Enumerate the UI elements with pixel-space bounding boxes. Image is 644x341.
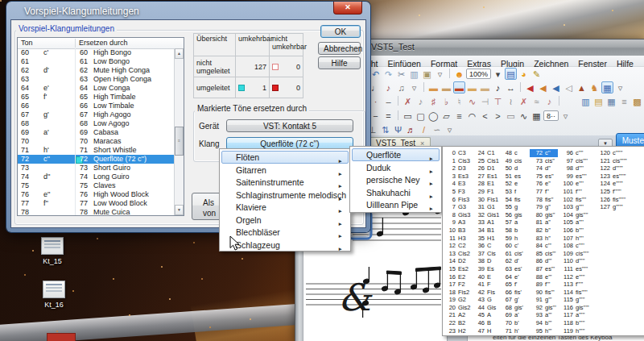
guitar-icon[interactable]: / xyxy=(418,123,430,135)
tone-row-63[interactable]: 6363Open High Conga xyxy=(18,75,175,84)
toolbar-overflow-icon[interactable]: ▿ xyxy=(559,110,572,122)
menu-item-orgeln[interactable]: Orgeln► xyxy=(221,214,349,227)
note-option-108[interactable]: 108c''''' xyxy=(560,242,591,250)
note-option-102[interactable]: 102fis'''' xyxy=(560,196,591,204)
stretch-icon[interactable]: ↔ xyxy=(505,81,517,94)
bar-style-icon-3[interactable]: ▬ xyxy=(453,81,465,94)
note-option-94[interactable]: 94b''' xyxy=(530,319,558,327)
note-option-45[interactable]: 45A xyxy=(472,311,501,319)
wave-icon[interactable]: ∿ xyxy=(518,110,530,122)
note-option-68[interactable]: 68gis' xyxy=(499,304,525,312)
tone-row-75[interactable]: 7575Claves xyxy=(18,181,175,190)
list-header[interactable]: Ton Ersetzen durch xyxy=(18,38,184,49)
note-option-2[interactable]: 2D3 xyxy=(443,164,472,173)
note-option-78[interactable]: 78fis'' xyxy=(530,196,558,204)
ok-button[interactable]: OK xyxy=(320,25,361,38)
tone-row-64[interactable]: 64e'64Low Conga xyxy=(18,84,175,93)
note-option-19[interactable]: 19G2 xyxy=(443,296,472,304)
note-option-120[interactable]: 120c'''''' xyxy=(597,149,629,157)
note-option-66[interactable]: 66fis' xyxy=(499,289,525,297)
note-quarter-icon[interactable]: ♩ xyxy=(369,81,382,94)
note-option-29[interactable]: 29F1 xyxy=(472,188,501,196)
slur-icon[interactable]: ◠ xyxy=(466,110,478,122)
note-option-112[interactable]: 112e''''' xyxy=(560,273,591,281)
sharp-icon[interactable]: ♯ xyxy=(427,95,440,107)
note-option-62[interactable]: 62d' xyxy=(499,257,525,265)
submenu-item-querflöte[interactable]: Querflöte► xyxy=(352,148,440,161)
notes-pair-icon[interactable]: ♬ xyxy=(405,123,417,135)
menu-item-saiteninstrumente[interactable]: Saiteninstrumente► xyxy=(221,176,349,189)
column-header-ersetzen[interactable]: Ersetzen durch xyxy=(79,39,128,47)
flat-icon[interactable]: ♭ xyxy=(440,95,452,107)
delete-note-icon[interactable]: ✗ xyxy=(518,95,530,107)
note-option-82[interactable]: 82b'' xyxy=(530,227,558,235)
note-option-18[interactable]: 18Fis2 xyxy=(443,289,472,297)
note-option-87[interactable]: 87es''' xyxy=(530,265,558,273)
zoom-dropdown-icon[interactable]: ▾ xyxy=(492,68,504,80)
scroll-up-icon[interactable]: ▲ xyxy=(175,48,184,59)
note-option-22[interactable]: 22B2 xyxy=(443,319,472,327)
speaker-mute-icon[interactable]: ◁ xyxy=(563,81,575,94)
tone-row-73[interactable]: 7373Short Guiro xyxy=(18,164,175,173)
zoom-select[interactable]: 100% xyxy=(466,69,491,79)
horn-icon[interactable]: ∽ xyxy=(431,123,443,135)
note-option-74[interactable]: 74d'' xyxy=(530,164,558,173)
stem-left-icon[interactable]: ⊣ xyxy=(479,95,491,107)
tone-row-68[interactable]: 6868Low Agogo xyxy=(18,119,175,128)
note-option-32[interactable]: 32Gis1 xyxy=(472,211,501,219)
menu-item-flöten[interactable]: Flöten► xyxy=(221,151,349,164)
note-option-61[interactable]: 61cis' xyxy=(499,250,525,258)
note-option-50[interactable]: 50d xyxy=(499,164,525,173)
tone-row-60[interactable]: 60c'60High Bongo xyxy=(18,48,175,57)
note-option-121[interactable]: 121cis'''''' xyxy=(597,157,629,165)
tone-row-70[interactable]: 7070Maracas xyxy=(18,137,175,146)
geraet-button[interactable]: VST: Kontakt 5 xyxy=(226,119,353,132)
note-option-127[interactable]: 127g'''''' xyxy=(597,203,629,211)
toolbar-overflow-icon[interactable]: ▿ xyxy=(614,81,626,94)
dialog-close-button[interactable]: ✕ xyxy=(333,2,362,15)
note-option-91[interactable]: 91g''' xyxy=(530,296,558,304)
tone-row-62[interactable]: 62d'62Mute High Conga xyxy=(18,66,175,75)
tone-row-78[interactable]: 7878Mute Cuica xyxy=(18,208,175,215)
note-option-75[interactable]: 75es'' xyxy=(530,173,558,181)
note-option-47[interactable]: 47H xyxy=(472,327,501,335)
page-view-icon[interactable]: ▤ xyxy=(505,68,517,80)
note-option-48[interactable]: 48c xyxy=(499,149,525,157)
note-option-65[interactable]: 65f' xyxy=(499,281,525,289)
menu-item-gitarren[interactable]: Gitarren► xyxy=(221,164,349,177)
strike-note-icon[interactable]: ✗ xyxy=(402,95,414,107)
note-option-97[interactable]: 97cis'''' xyxy=(560,157,591,165)
speaker-note-icon[interactable]: ◀ xyxy=(550,81,562,94)
note-option-59[interactable]: 59h xyxy=(499,235,525,243)
note-option-73[interactable]: 73cis'' xyxy=(530,157,558,165)
list-scrollbar[interactable]: ▲ ≡ ▼ xyxy=(174,48,184,215)
brush-icon[interactable]: ✎ xyxy=(530,68,543,80)
note-option-4[interactable]: 4E3 xyxy=(443,180,472,188)
note-option-55[interactable]: 55g xyxy=(499,203,525,211)
note-option-27[interactable]: 27Es1 xyxy=(472,173,501,181)
bar-style-icon-5[interactable]: ▬ xyxy=(479,81,491,94)
note-option-51[interactable]: 51es xyxy=(499,173,525,181)
scrollbar-thumb[interactable]: ≡ xyxy=(175,127,184,156)
note-option-12[interactable]: 12C2 xyxy=(443,242,472,250)
note-beamed-icon[interactable]: ♫ xyxy=(395,81,407,94)
note-option-13[interactable]: 13Cis2 xyxy=(443,250,472,258)
tone-row-71[interactable]: 71h'71Short Whistle xyxy=(18,146,175,155)
note-option-36[interactable]: 36C xyxy=(472,242,501,250)
note-option-85[interactable]: 85cis''' xyxy=(530,250,558,258)
bar-style-icon-4[interactable]: ▬ xyxy=(466,81,478,94)
submenu-item-uillleann-pipe[interactable]: Uillleann Pipe► xyxy=(352,198,440,211)
grace-note-icon[interactable]: ♪ xyxy=(415,95,427,107)
table-icon[interactable]: ▦ xyxy=(605,95,617,107)
note-option-20[interactable]: 20Gis2 xyxy=(443,304,472,312)
note-option-1[interactable]: 1Cis3 xyxy=(443,157,472,165)
note-option-40[interactable]: 40E xyxy=(472,273,501,281)
ellipse-icon[interactable]: ◯ xyxy=(427,110,440,122)
note-option-24[interactable]: 24C1 xyxy=(472,149,501,157)
play-figure-icon[interactable]: ♞ xyxy=(588,81,601,94)
rounded-rect-icon[interactable]: ▢ xyxy=(415,110,427,122)
note-option-16[interactable]: 16E2 xyxy=(443,273,472,281)
note-option-58[interactable]: 58b xyxy=(499,227,525,235)
note-option-53[interactable]: 53f xyxy=(499,188,525,196)
note-option-72[interactable]: 72c'' xyxy=(530,149,558,157)
